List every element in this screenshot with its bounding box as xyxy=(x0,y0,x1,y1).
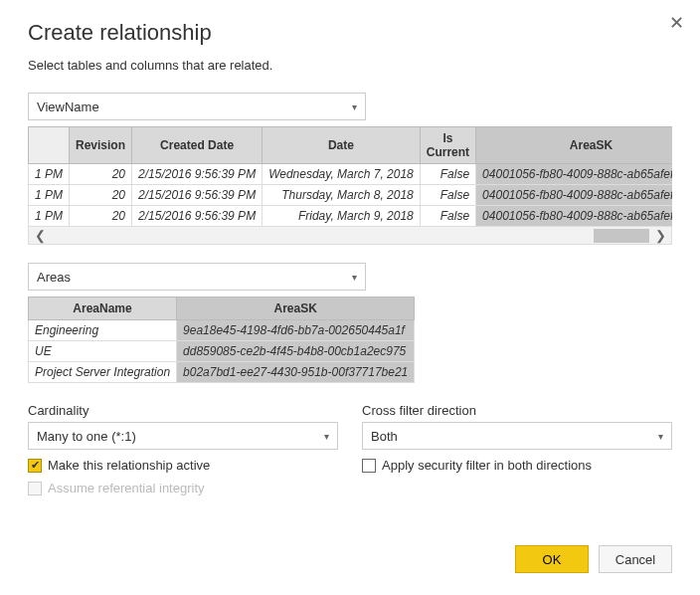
chevron-down-icon: ▾ xyxy=(658,431,663,442)
integrity-checkbox xyxy=(28,482,42,496)
integrity-checkbox-row: Assume referential integrity xyxy=(28,481,338,496)
scroll-track[interactable] xyxy=(51,229,649,243)
cell: 1 PM xyxy=(29,164,70,185)
cell: 2/15/2016 9:56:39 PM xyxy=(132,185,262,206)
cell: 20 xyxy=(70,206,132,227)
cell: 1 PM xyxy=(29,206,70,227)
table2-dropdown-text: Areas xyxy=(37,270,71,285)
cell: Thursday, March 8, 2018 xyxy=(262,185,421,206)
chevron-down-icon: ▾ xyxy=(324,431,329,442)
chevron-down-icon: ▾ xyxy=(352,101,357,112)
cell: Wednesday, March 7, 2018 xyxy=(262,164,421,185)
cell: Engineering xyxy=(29,320,177,341)
security-checkbox-label: Apply security filter in both directions xyxy=(382,458,592,473)
cell: b02a7bd1-ee27-4430-951b-00f37717be21 xyxy=(177,362,415,383)
table-row[interactable]: Project Server Integration b02a7bd1-ee27… xyxy=(29,362,415,383)
table1-header-date[interactable]: Date xyxy=(262,127,421,164)
table2-dropdown[interactable]: Areas ▾ xyxy=(28,263,366,291)
cell: False xyxy=(420,185,475,206)
cardinality-dropdown[interactable]: Many to one (*:1) ▾ xyxy=(28,422,338,450)
chevron-down-icon: ▾ xyxy=(352,272,357,283)
cell: 2/15/2016 9:56:39 PM xyxy=(132,164,262,185)
table1: Revision Created Date Date Is Current Ar… xyxy=(28,126,672,227)
cardinality-label: Cardinality xyxy=(28,403,338,418)
cell: Friday, March 9, 2018 xyxy=(262,206,421,227)
cell: False xyxy=(420,206,475,227)
integrity-checkbox-label: Assume referential integrity xyxy=(48,481,205,496)
cell: False xyxy=(420,164,475,185)
cell: 9ea18e45-4198-4fd6-bb7a-002650445a1f xyxy=(177,320,415,341)
table-row[interactable]: UE dd859085-ce2b-4f45-b4b8-00cb1a2ec975 xyxy=(29,341,415,362)
table-row[interactable]: 1 PM 20 2/15/2016 9:56:39 PM Friday, Mar… xyxy=(29,206,673,227)
cell: 2/15/2016 9:56:39 PM xyxy=(132,206,262,227)
table2: AreaName AreaSK Engineering 9ea18e45-419… xyxy=(28,297,414,383)
cell: 04001056-fb80-4009-888c-ab65afef1adb xyxy=(476,164,672,185)
table2-header-areaname[interactable]: AreaName xyxy=(29,298,177,320)
table1-scrollbar[interactable]: ❮ ❯ xyxy=(28,227,672,245)
table-row[interactable]: Engineering 9ea18e45-4198-4fd6-bb7a-0026… xyxy=(29,320,415,341)
cancel-button[interactable]: Cancel xyxy=(599,545,672,573)
cell: UE xyxy=(29,341,177,362)
active-checkbox-label: Make this relationship active xyxy=(48,458,210,473)
active-checkbox-row[interactable]: ✔ Make this relationship active xyxy=(28,458,338,473)
table1-header-areask[interactable]: AreaSK xyxy=(476,127,672,164)
crossfilter-label: Cross filter direction xyxy=(362,403,672,418)
cell: 20 xyxy=(70,164,132,185)
table2-header-row: AreaName AreaSK xyxy=(29,298,415,320)
table-row[interactable]: 1 PM 20 2/15/2016 9:56:39 PM Thursday, M… xyxy=(29,185,673,206)
table2-header-areask[interactable]: AreaSK xyxy=(177,298,415,320)
table1-dropdown[interactable]: ViewName ▾ xyxy=(28,93,366,120)
scroll-right-icon[interactable]: ❯ xyxy=(649,228,671,243)
crossfilter-dropdown[interactable]: Both ▾ xyxy=(362,422,672,450)
crossfilter-value: Both xyxy=(371,429,398,444)
table1-header-revision[interactable]: Revision xyxy=(70,127,132,164)
ok-button[interactable]: OK xyxy=(515,545,589,573)
cell: Project Server Integration xyxy=(29,362,177,383)
scroll-left-icon[interactable]: ❮ xyxy=(29,228,51,243)
dialog-subtitle: Select tables and columns that are relat… xyxy=(28,58,672,73)
table1-header-row: Revision Created Date Date Is Current Ar… xyxy=(29,127,673,164)
close-button[interactable]: ✕ xyxy=(669,12,684,34)
cell: 20 xyxy=(70,185,132,206)
cardinality-value: Many to one (*:1) xyxy=(37,429,136,444)
security-checkbox-row[interactable]: Apply security filter in both directions xyxy=(362,458,672,473)
table1-header-created-date[interactable]: Created Date xyxy=(132,127,262,164)
security-checkbox[interactable] xyxy=(362,459,376,473)
table1-dropdown-text: ViewName xyxy=(37,99,99,114)
active-checkbox[interactable]: ✔ xyxy=(28,459,42,473)
cell: 04001056-fb80-4009-888c-ab65afef1adb xyxy=(476,206,672,227)
dialog-title: Create relationship xyxy=(28,20,672,46)
cell: 1 PM xyxy=(29,185,70,206)
table1-header-blank xyxy=(29,127,70,164)
scroll-thumb[interactable] xyxy=(594,229,649,243)
table1-header-is-current[interactable]: Is Current xyxy=(420,127,475,164)
cell: 04001056-fb80-4009-888c-ab65afef1adb xyxy=(476,185,672,206)
table-row[interactable]: 1 PM 20 2/15/2016 9:56:39 PM Wednesday, … xyxy=(29,164,673,185)
cell: dd859085-ce2b-4f45-b4b8-00cb1a2ec975 xyxy=(177,341,415,362)
